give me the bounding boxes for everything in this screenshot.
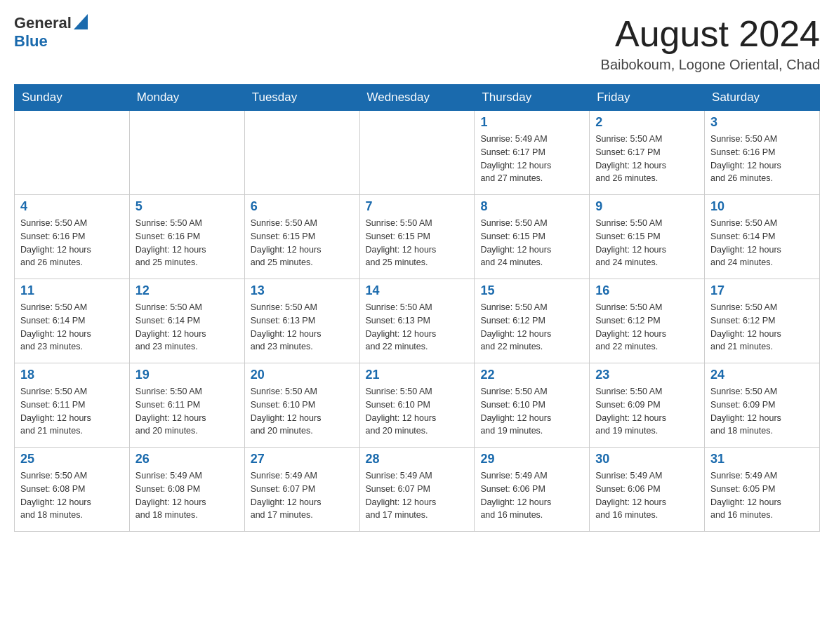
day-info: Sunrise: 5:50 AM Sunset: 6:10 PM Dayligh… [480, 385, 583, 438]
day-number: 4 [20, 199, 124, 214]
day-info: Sunrise: 5:49 AM Sunset: 6:17 PM Dayligh… [480, 133, 583, 185]
day-info: Sunrise: 5:50 AM Sunset: 6:17 PM Dayligh… [595, 133, 699, 185]
day-number: 28 [366, 452, 469, 467]
day-number: 15 [480, 283, 583, 298]
calendar-cell: 16Sunrise: 5:50 AM Sunset: 6:12 PM Dayli… [590, 279, 705, 363]
day-info: Sunrise: 5:49 AM Sunset: 6:05 PM Dayligh… [710, 469, 814, 522]
day-of-week-header: Wednesday [359, 85, 475, 111]
day-number: 17 [710, 283, 814, 298]
day-number: 23 [595, 368, 699, 382]
svg-marker-0 [74, 14, 88, 29]
calendar-cell: 31Sunrise: 5:49 AM Sunset: 6:05 PM Dayli… [705, 448, 820, 532]
day-info: Sunrise: 5:50 AM Sunset: 6:09 PM Dayligh… [710, 385, 814, 438]
day-number: 5 [135, 199, 239, 214]
day-info: Sunrise: 5:50 AM Sunset: 6:09 PM Dayligh… [595, 385, 699, 438]
day-of-week-header: Tuesday [244, 85, 359, 111]
day-number: 2 [595, 115, 699, 130]
calendar-cell: 13Sunrise: 5:50 AM Sunset: 6:13 PM Dayli… [244, 279, 359, 363]
day-number: 30 [595, 452, 699, 467]
calendar-cell: 8Sunrise: 5:50 AM Sunset: 6:15 PM Daylig… [475, 195, 590, 279]
day-number: 21 [366, 368, 469, 382]
calendar-cell: 24Sunrise: 5:50 AM Sunset: 6:09 PM Dayli… [705, 363, 820, 448]
month-title: August 2024 [601, 14, 820, 54]
calendar-cell: 18Sunrise: 5:50 AM Sunset: 6:11 PM Dayli… [15, 363, 130, 448]
day-number: 24 [710, 368, 814, 382]
day-number: 19 [135, 368, 239, 382]
day-info: Sunrise: 5:49 AM Sunset: 6:07 PM Dayligh… [366, 469, 469, 522]
day-number: 11 [20, 283, 124, 298]
day-number: 12 [135, 283, 239, 298]
calendar-cell: 1Sunrise: 5:49 AM Sunset: 6:17 PM Daylig… [475, 111, 590, 195]
week-row: 4Sunrise: 5:50 AM Sunset: 6:16 PM Daylig… [15, 195, 820, 279]
day-info: Sunrise: 5:50 AM Sunset: 6:12 PM Dayligh… [480, 301, 583, 354]
day-info: Sunrise: 5:50 AM Sunset: 6:16 PM Dayligh… [135, 217, 239, 269]
day-number: 20 [251, 368, 354, 382]
calendar-cell: 19Sunrise: 5:50 AM Sunset: 6:11 PM Dayli… [129, 363, 244, 448]
day-of-week-header: Sunday [15, 85, 130, 111]
page-header: General Blue August 2024 Baibokoum, Logo… [14, 14, 820, 73]
day-info: Sunrise: 5:50 AM Sunset: 6:16 PM Dayligh… [710, 133, 814, 185]
calendar-cell: 14Sunrise: 5:50 AM Sunset: 6:13 PM Dayli… [359, 279, 475, 363]
day-info: Sunrise: 5:49 AM Sunset: 6:06 PM Dayligh… [480, 469, 583, 522]
day-info: Sunrise: 5:49 AM Sunset: 6:07 PM Dayligh… [251, 469, 354, 522]
day-number: 29 [480, 452, 583, 467]
calendar-cell: 29Sunrise: 5:49 AM Sunset: 6:06 PM Dayli… [475, 448, 590, 532]
title-section: August 2024 Baibokoum, Logone Oriental, … [601, 14, 820, 73]
day-of-week-header: Saturday [705, 85, 820, 111]
week-row: 1Sunrise: 5:49 AM Sunset: 6:17 PM Daylig… [15, 111, 820, 195]
day-info: Sunrise: 5:50 AM Sunset: 6:13 PM Dayligh… [366, 301, 469, 354]
day-info: Sunrise: 5:50 AM Sunset: 6:13 PM Dayligh… [251, 301, 354, 354]
day-number: 6 [251, 199, 354, 214]
day-info: Sunrise: 5:49 AM Sunset: 6:06 PM Dayligh… [595, 469, 699, 522]
calendar-cell: 30Sunrise: 5:49 AM Sunset: 6:06 PM Dayli… [590, 448, 705, 532]
calendar-cell: 20Sunrise: 5:50 AM Sunset: 6:10 PM Dayli… [244, 363, 359, 448]
day-info: Sunrise: 5:50 AM Sunset: 6:08 PM Dayligh… [20, 469, 124, 522]
calendar-cell: 27Sunrise: 5:49 AM Sunset: 6:07 PM Dayli… [244, 448, 359, 532]
calendar-cell: 4Sunrise: 5:50 AM Sunset: 6:16 PM Daylig… [15, 195, 130, 279]
day-info: Sunrise: 5:50 AM Sunset: 6:11 PM Dayligh… [135, 385, 239, 438]
day-info: Sunrise: 5:50 AM Sunset: 6:15 PM Dayligh… [480, 217, 583, 269]
day-number: 31 [710, 452, 814, 467]
calendar-cell [359, 111, 475, 195]
day-number: 22 [480, 368, 583, 382]
calendar-cell: 25Sunrise: 5:50 AM Sunset: 6:08 PM Dayli… [15, 448, 130, 532]
calendar-cell: 10Sunrise: 5:50 AM Sunset: 6:14 PM Dayli… [705, 195, 820, 279]
calendar-cell: 5Sunrise: 5:50 AM Sunset: 6:16 PM Daylig… [129, 195, 244, 279]
day-number: 10 [710, 199, 814, 214]
day-of-week-header: Monday [129, 85, 244, 111]
calendar-cell: 3Sunrise: 5:50 AM Sunset: 6:16 PM Daylig… [705, 111, 820, 195]
calendar-cell [15, 111, 130, 195]
day-info: Sunrise: 5:50 AM Sunset: 6:14 PM Dayligh… [710, 217, 814, 269]
logo-general: General [14, 14, 72, 32]
day-number: 13 [251, 283, 354, 298]
day-info: Sunrise: 5:49 AM Sunset: 6:08 PM Dayligh… [135, 469, 239, 522]
logo-triangle-icon [74, 14, 88, 29]
calendar-cell: 17Sunrise: 5:50 AM Sunset: 6:12 PM Dayli… [705, 279, 820, 363]
day-number: 16 [595, 283, 699, 298]
day-number: 9 [595, 199, 699, 214]
day-number: 7 [366, 199, 469, 214]
day-number: 27 [251, 452, 354, 467]
day-number: 8 [480, 199, 583, 214]
calendar-cell [129, 111, 244, 195]
day-number: 25 [20, 452, 124, 467]
calendar-cell [244, 111, 359, 195]
day-info: Sunrise: 5:50 AM Sunset: 6:12 PM Dayligh… [710, 301, 814, 354]
day-of-week-header: Friday [590, 85, 705, 111]
day-number: 18 [20, 368, 124, 382]
calendar-header-row: SundayMondayTuesdayWednesdayThursdayFrid… [15, 85, 820, 111]
calendar-cell: 26Sunrise: 5:49 AM Sunset: 6:08 PM Dayli… [129, 448, 244, 532]
day-info: Sunrise: 5:50 AM Sunset: 6:10 PM Dayligh… [251, 385, 354, 438]
day-info: Sunrise: 5:50 AM Sunset: 6:15 PM Dayligh… [251, 217, 354, 269]
day-number: 26 [135, 452, 239, 467]
day-info: Sunrise: 5:50 AM Sunset: 6:10 PM Dayligh… [366, 385, 469, 438]
day-of-week-header: Thursday [475, 85, 590, 111]
calendar-cell: 11Sunrise: 5:50 AM Sunset: 6:14 PM Dayli… [15, 279, 130, 363]
logo-blue: Blue [14, 32, 48, 51]
day-info: Sunrise: 5:50 AM Sunset: 6:16 PM Dayligh… [20, 217, 124, 269]
calendar-cell: 9Sunrise: 5:50 AM Sunset: 6:15 PM Daylig… [590, 195, 705, 279]
day-number: 14 [366, 283, 469, 298]
calendar-cell: 21Sunrise: 5:50 AM Sunset: 6:10 PM Dayli… [359, 363, 475, 448]
day-info: Sunrise: 5:50 AM Sunset: 6:11 PM Dayligh… [20, 385, 124, 438]
calendar-cell: 23Sunrise: 5:50 AM Sunset: 6:09 PM Dayli… [590, 363, 705, 448]
